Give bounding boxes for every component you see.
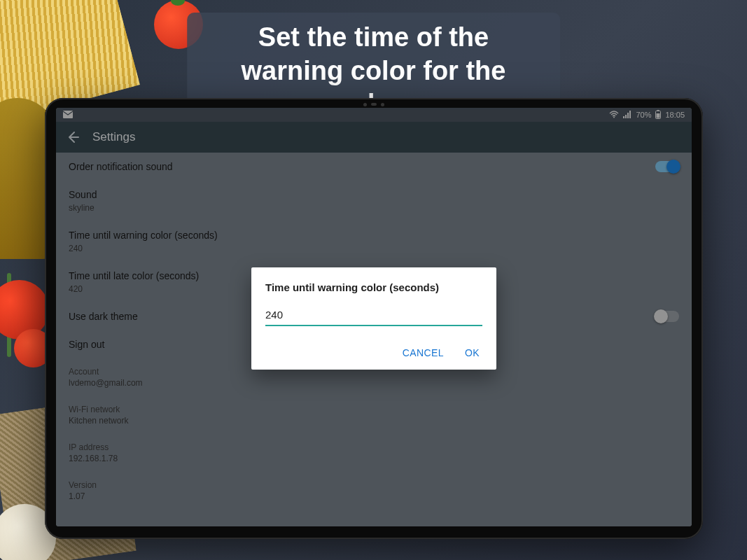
tablet-screen: 70% 18:05 Settings Order notification so… [56,108,692,526]
dialog-title: Time until warning color (seconds) [265,281,482,293]
warning-seconds-input[interactable] [265,306,482,326]
tablet-frame: 70% 18:05 Settings Order notification so… [45,98,703,539]
dialog-warning-color: Time until warning color (seconds) CANCE… [251,267,496,370]
cancel-button[interactable]: CANCEL [400,343,447,363]
ok-button[interactable]: OK [462,343,482,363]
